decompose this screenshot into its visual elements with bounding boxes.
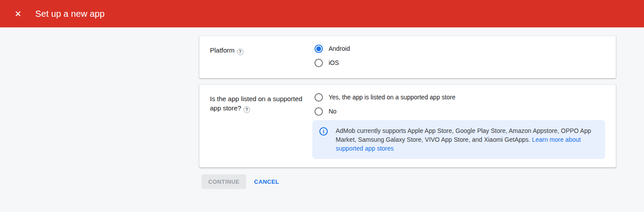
- radio-android-icon[interactable]: [315, 45, 323, 53]
- radio-store-no-icon[interactable]: [315, 107, 323, 116]
- platform-label-col: Platform?: [210, 42, 312, 70]
- app-store-label-col: Is the app listed on a supported app sto…: [210, 90, 312, 159]
- radio-ios-icon[interactable]: [315, 59, 323, 67]
- app-store-card: Is the app listed on a supported app sto…: [199, 85, 616, 167]
- continue-button[interactable]: CONTINUE: [202, 174, 246, 189]
- platform-help-icon[interactable]: ?: [237, 49, 243, 55]
- cancel-button[interactable]: CANCEL: [254, 178, 279, 185]
- app-store-options: Yes, the app is listed on a supported ap…: [312, 90, 605, 159]
- setup-form: Platform? Android iOS Is the app listed …: [199, 27, 616, 189]
- app-store-question-label: Is the app listed on a supported app sto…: [210, 95, 302, 112]
- radio-store-yes-label: Yes, the app is listed on a supported ap…: [329, 94, 455, 101]
- platform-label: Platform: [210, 46, 235, 54]
- radio-store-no[interactable]: No: [312, 104, 605, 118]
- radio-android[interactable]: Android: [312, 42, 605, 56]
- dialog-header: ✕ Set up a new app: [0, 0, 644, 27]
- radio-store-yes[interactable]: Yes, the app is listed on a supported ap…: [312, 90, 605, 104]
- radio-store-no-label: No: [329, 108, 337, 115]
- radio-store-yes-icon[interactable]: [315, 93, 323, 102]
- supported-stores-text: AdMob currently supports Apple App Store…: [336, 126, 597, 153]
- info-icon: i: [319, 127, 328, 136]
- app-store-help-icon[interactable]: ?: [243, 106, 250, 113]
- platform-card: Platform? Android iOS: [199, 36, 616, 78]
- radio-ios-label: iOS: [329, 59, 339, 66]
- page-title: Set up a new app: [35, 9, 105, 19]
- radio-ios[interactable]: iOS: [312, 56, 605, 70]
- radio-android-label: Android: [329, 45, 350, 52]
- supported-stores-notice: i AdMob currently supports Apple App Sto…: [312, 120, 605, 159]
- close-icon[interactable]: ✕: [11, 7, 25, 20]
- platform-options: Android iOS: [312, 42, 605, 70]
- dialog-actions: CONTINUE CANCEL: [202, 174, 616, 189]
